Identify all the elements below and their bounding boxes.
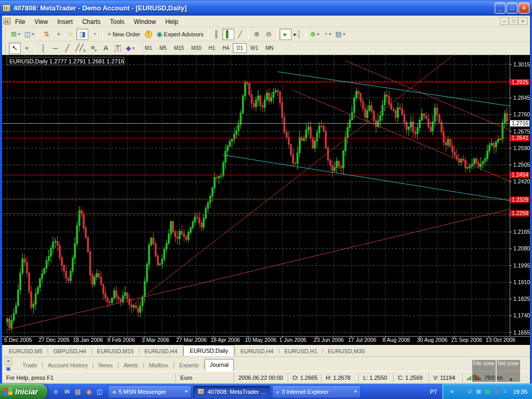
tray-search-icon[interactable]: ○	[501, 388, 508, 395]
menu-help[interactable]: Help	[161, 17, 183, 26]
menu-tools[interactable]: Tools	[105, 17, 129, 26]
terminal-tab-journal[interactable]: Journal	[205, 359, 234, 371]
menu-view[interactable]: View	[30, 17, 52, 26]
timeframe-m15[interactable]: M15	[170, 43, 188, 53]
timeframe-h1[interactable]: H1	[205, 43, 219, 53]
menu-window[interactable]: Window	[129, 17, 161, 26]
chart-tab-eurusd-m15[interactable]: EURUSD,M15	[92, 347, 139, 356]
tray-volume-icon[interactable]: ▥	[484, 388, 490, 395]
bar-chart-button[interactable]: ║	[210, 29, 222, 40]
terminal-button[interactable]: ◨	[76, 29, 88, 40]
zoom-in-button[interactable]: ⊕	[251, 29, 263, 40]
new-chart-button[interactable]: ⊞▾	[9, 29, 22, 40]
candle-body	[260, 96, 261, 105]
tray-network-icon[interactable]: ▣	[475, 388, 482, 395]
zoom-out-button[interactable]: ⊖	[263, 29, 275, 40]
close-button[interactable]: ×	[518, 3, 529, 14]
market-watch-button[interactable]: ⇅	[41, 29, 52, 40]
timeframe-m30[interactable]: M30	[188, 43, 205, 53]
indicators-list-button[interactable]: ⊕▾	[308, 29, 321, 40]
timeframe-h4[interactable]: H4	[219, 43, 233, 53]
chart-minimize-button[interactable]: ‒	[500, 17, 509, 25]
start-button[interactable]: Iniciar	[0, 384, 47, 399]
timeframe-mn[interactable]: MN	[262, 43, 277, 53]
dropdown-arrow-icon: ▾	[18, 32, 20, 36]
tray-antivirus-icon[interactable]: *	[457, 388, 464, 395]
timeframe-m1[interactable]: M1	[141, 43, 156, 53]
vertical-line-button[interactable]: │	[37, 43, 49, 54]
menu-insert[interactable]: Insert	[52, 17, 77, 26]
timeframe-w1[interactable]: W1	[247, 43, 262, 53]
language-indicator[interactable]: PT	[425, 389, 442, 395]
tray-user-icon[interactable]: ☺	[466, 388, 473, 395]
terminal-tab-news[interactable]: News	[94, 360, 118, 371]
chart-tab-eurusd-daily[interactable]: EURUSD,Daily	[183, 345, 234, 356]
profiles-button[interactable]: ◫▾	[22, 29, 36, 40]
menu-file[interactable]: File	[10, 17, 30, 26]
task-metatrader[interactable]: 407808: MetaTrader ...	[193, 385, 271, 398]
candle-body	[177, 237, 178, 239]
task-msn-messenger[interactable]: ♣5 MSN Messenger▾	[108, 385, 191, 398]
quicklaunch-mail-icon[interactable]: ✉	[62, 387, 71, 396]
text-label-button[interactable]: T	[112, 43, 124, 54]
tray-blocked-icon[interactable]: ⊘	[493, 388, 499, 395]
terminal-tab-experts[interactable]: Experts	[175, 360, 203, 371]
quicklaunch-media-player-icon[interactable]: ◉	[84, 387, 93, 396]
quicklaunch-desktop-icon[interactable]: ▤	[73, 387, 82, 396]
chart-shift-button[interactable]: ▸┆	[291, 29, 303, 40]
restore-button[interactable]: □	[507, 3, 517, 14]
quicklaunch-outlook-icon[interactable]: ◫	[95, 387, 104, 396]
chart-tab-eurusd-m30[interactable]: EURUSD,M30	[323, 347, 369, 356]
metaeditor-button[interactable]: !	[142, 29, 154, 40]
terminal-tab-alerts[interactable]: Alerts	[119, 360, 143, 371]
trendline-button[interactable]: ╱	[61, 43, 73, 54]
chart-system-menu-icon[interactable]	[4, 18, 10, 24]
tray-chevron-icon[interactable]: «	[448, 388, 455, 395]
chart-tab-eurusd-h4[interactable]: EURUSD,H4	[140, 347, 182, 356]
terminal-close-button[interactable]: ×	[5, 358, 12, 365]
candle-body	[308, 127, 309, 130]
data-window-button[interactable]: +	[52, 29, 64, 40]
chart-tab-gbpusd-h4[interactable]: GBPUSD,H4	[48, 347, 91, 356]
candlestick-chart-button[interactable]: ▌	[222, 29, 234, 40]
task-internet-explorer[interactable]: e3 Internet Explorer▾	[272, 385, 361, 398]
crosshair-button[interactable]: +	[21, 43, 33, 54]
auto-scroll-button[interactable]: ▸	[280, 29, 291, 40]
chart-tab-eurusd-h1[interactable]: EURUSD,H1	[280, 347, 322, 356]
price-chart[interactable]: 1.30151.28451.27601.26751.25901.25051.24…	[2, 55, 530, 345]
task-buttons: ♣5 MSN Messenger▾407808: MetaTrader ...e…	[108, 385, 362, 398]
timeframe-m5[interactable]: M5	[156, 43, 170, 53]
candle-body	[111, 298, 113, 303]
expert-advisors-button[interactable]: ◉Expert Advisors	[154, 29, 206, 40]
metatrader-app-icon	[3, 5, 10, 11]
chart-tab-eurusd-h4[interactable]: EURUSD,H4	[236, 347, 278, 356]
terminal-tab-account-history[interactable]: Account History	[43, 360, 92, 371]
terminal-tab-trade[interactable]: Trade	[18, 360, 42, 371]
candle-body	[102, 284, 104, 294]
new-order-button[interactable]: +New Order	[105, 29, 142, 40]
toolbar-drag-handle[interactable]	[5, 44, 7, 53]
quicklaunch-ie-icon[interactable]: e	[51, 387, 60, 396]
toolbar-drag-handle[interactable]	[5, 30, 7, 39]
chart-close-button[interactable]: ×	[518, 17, 527, 25]
line-chart-button[interactable]: ╱	[234, 29, 246, 40]
periods-button[interactable]: ◔▾	[321, 29, 333, 40]
resize-grip[interactable]	[522, 376, 530, 383]
text-button[interactable]: A	[100, 43, 112, 54]
fibonacci-button[interactable]: ≡F	[88, 43, 100, 54]
terminal-tab-mailbox[interactable]: Mailbox	[144, 360, 173, 371]
date-axis[interactable]: 5 Dec 200527 Dec 200518 Jan 20069 Feb 20…	[4, 336, 515, 343]
chart-tab-eurusd-m5[interactable]: EURUSD,M5	[4, 347, 47, 356]
arrows-button[interactable]: ◆▾	[124, 43, 137, 54]
menu-charts[interactable]: Charts	[77, 17, 105, 26]
equidistant-channel-button[interactable]: ╱╱E	[73, 43, 88, 54]
horizontal-line-button[interactable]: ─	[49, 43, 61, 54]
taskbar-clock[interactable]: 19:35	[513, 389, 527, 395]
timeframe-d1[interactable]: D1	[233, 43, 247, 53]
strategy-tester-button[interactable]: ◔	[88, 29, 100, 40]
minimize-button[interactable]: _	[495, 3, 506, 14]
chart-restore-button[interactable]: □	[509, 17, 518, 25]
navigator-button[interactable]: ☆	[64, 29, 76, 40]
templates-button[interactable]: ▤▾	[333, 29, 347, 40]
cursor-button[interactable]: ↖	[9, 43, 21, 54]
